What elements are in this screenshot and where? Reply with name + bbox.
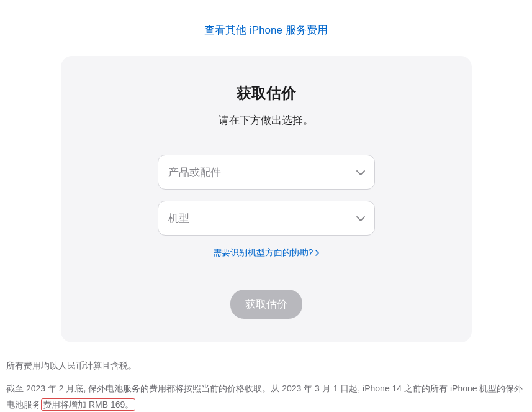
model-select-wrapper: 机型 xyxy=(158,201,375,236)
get-estimate-button[interactable]: 获取估价 xyxy=(230,290,302,319)
footer-line1: 所有费用均以人民币计算且含税。 xyxy=(6,357,526,374)
product-select-placeholder: 产品或配件 xyxy=(168,165,221,180)
footer-line2: 截至 2023 年 2 月底, 保外电池服务的费用都将按照当前的价格收取。从 2… xyxy=(6,380,526,412)
product-select-wrapper: 产品或配件 xyxy=(158,155,375,190)
top-link-container: 查看其他 iPhone 服务费用 xyxy=(0,0,532,56)
footer-text: 所有费用均以人民币计算且含税。 截至 2023 年 2 月底, 保外电池服务的费… xyxy=(0,342,532,412)
identify-model-help-link[interactable]: 需要识别机型方面的协助? xyxy=(213,247,320,259)
price-increase-highlight: 费用将增加 RMB 169。 xyxy=(41,398,135,411)
help-link-text: 需要识别机型方面的协助? xyxy=(213,247,313,259)
model-select[interactable]: 机型 xyxy=(158,201,375,236)
estimate-card: 获取估价 请在下方做出选择。 产品或配件 机型 需要识别机型方面的协助? xyxy=(61,56,472,342)
help-link-row: 需要识别机型方面的协助? xyxy=(92,247,441,259)
card-title: 获取估价 xyxy=(92,83,441,103)
model-select-placeholder: 机型 xyxy=(168,211,189,226)
product-select[interactable]: 产品或配件 xyxy=(158,155,375,190)
card-subtitle: 请在下方做出选择。 xyxy=(92,113,441,127)
chevron-right-icon xyxy=(315,248,319,258)
other-services-link[interactable]: 查看其他 iPhone 服务费用 xyxy=(204,24,327,36)
